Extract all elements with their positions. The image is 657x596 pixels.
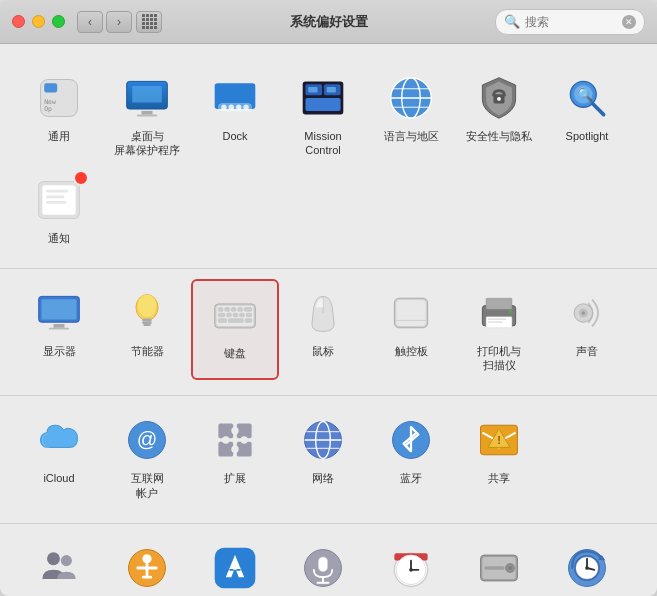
notifications-label: 通知 — [48, 231, 70, 245]
dictation-icon — [297, 542, 349, 594]
desktop-icon — [121, 72, 173, 124]
back-button[interactable]: ‹ — [77, 11, 103, 33]
grid-view-button[interactable] — [136, 11, 162, 33]
svg-point-101 — [142, 554, 151, 563]
pref-icloud[interactable]: iCloud — [15, 406, 103, 508]
hardware-icons-grid: 显示器 — [15, 279, 642, 381]
datetime-icon: 18 — [385, 542, 437, 594]
appstore-icon — [209, 542, 261, 594]
titlebar: ‹ › 系统偏好设置 🔍 ✕ — [0, 0, 657, 44]
search-input[interactable] — [525, 15, 617, 29]
svg-rect-58 — [227, 313, 232, 317]
svg-rect-18 — [305, 98, 340, 111]
pref-mouse[interactable]: 鼠标 — [279, 279, 367, 381]
search-box[interactable]: 🔍 ✕ — [495, 9, 645, 35]
internet-icons-grid: iCloud @ 互联网帐户 — [15, 406, 642, 508]
sharing-label: 共享 — [488, 471, 510, 485]
svg-rect-35 — [46, 189, 68, 192]
general-label: 通用 — [48, 129, 70, 143]
svg-rect-8 — [137, 115, 157, 117]
svg-point-14 — [243, 104, 249, 110]
pref-internetaccounts[interactable]: @ 互联网帐户 — [103, 406, 191, 508]
bluetooth-icon — [385, 414, 437, 466]
sound-icon — [561, 287, 613, 339]
bluetooth-label: 蓝牙 — [400, 471, 422, 485]
pref-startdisk[interactable]: 启动磁盘 — [455, 534, 543, 596]
pref-language[interactable]: 语言与地区 — [367, 64, 455, 166]
forward-button[interactable]: › — [106, 11, 132, 33]
pref-energy[interactable]: 节能器 — [103, 279, 191, 381]
svg-rect-52 — [218, 308, 223, 312]
svg-rect-119 — [484, 566, 504, 570]
pref-extensions[interactable]: 扩展 — [191, 406, 279, 508]
displays-label: 显示器 — [43, 344, 76, 358]
svg-point-74 — [508, 309, 512, 313]
pref-security[interactable]: 安全性与隐私 — [455, 64, 543, 166]
pref-sound[interactable]: 声音 — [543, 279, 631, 381]
language-label: 语言与地区 — [384, 129, 439, 143]
pref-sharing[interactable]: ! 共享 — [455, 406, 543, 508]
pref-parental[interactable]: 家长控制 — [103, 534, 191, 596]
svg-rect-56 — [244, 308, 251, 312]
pref-dock[interactable]: Dock — [191, 64, 279, 166]
svg-point-98 — [47, 552, 60, 565]
svg-line-31 — [593, 104, 604, 115]
svg-rect-7 — [141, 111, 152, 115]
internetaccounts-icon: @ — [121, 414, 173, 466]
parental-icon — [121, 542, 173, 594]
svg-point-12 — [229, 104, 235, 110]
svg-line-48 — [139, 299, 141, 300]
trackpad-icon — [385, 287, 437, 339]
dock-label: Dock — [222, 129, 247, 143]
svg-point-85 — [231, 428, 238, 435]
pref-general[interactable]: New Op 通用 — [15, 64, 103, 166]
network-icon — [297, 414, 349, 466]
pref-datetime[interactable]: 18 日期与时间 — [367, 534, 455, 596]
pref-desktop[interactable]: 桌面与屏幕保护程序 — [103, 64, 191, 166]
pref-trackpad[interactable]: 触控板 — [367, 279, 455, 381]
svg-point-99 — [61, 555, 72, 566]
pref-notifications[interactable]: 通知 — [15, 166, 103, 253]
svg-rect-83 — [218, 442, 233, 457]
svg-rect-64 — [245, 319, 251, 323]
svg-rect-70 — [486, 298, 512, 309]
pref-bluetooth[interactable]: 蓝牙 — [367, 406, 455, 508]
svg-rect-45 — [142, 321, 151, 324]
pref-printer[interactable]: 打印机与扫描仪 — [455, 279, 543, 381]
pref-dictation[interactable]: 听写与语音 — [279, 534, 367, 596]
pref-keyboard[interactable]: 键盘 — [191, 279, 279, 381]
pref-spotlight[interactable]: 🔍 Spotlight — [543, 64, 631, 166]
desktop-label: 桌面与屏幕保护程序 — [114, 129, 180, 158]
energy-label: 节能器 — [131, 344, 164, 358]
svg-rect-39 — [41, 299, 76, 319]
pref-users[interactable]: 用户与群组 — [15, 534, 103, 596]
minimize-button[interactable] — [32, 15, 45, 28]
svg-text:Op: Op — [44, 105, 52, 113]
search-clear-button[interactable]: ✕ — [622, 15, 636, 29]
pref-appstore[interactable]: App Store — [191, 534, 279, 596]
svg-rect-60 — [240, 313, 245, 317]
pref-displays[interactable]: 显示器 — [15, 279, 103, 381]
svg-rect-46 — [143, 324, 150, 326]
maximize-button[interactable] — [52, 15, 65, 28]
mouse-label: 鼠标 — [312, 344, 334, 358]
displays-icon — [33, 287, 85, 339]
section-internet: iCloud @ 互联网帐户 — [0, 396, 657, 524]
svg-point-88 — [241, 437, 248, 444]
svg-rect-44 — [142, 318, 151, 321]
search-icon: 🔍 — [504, 14, 520, 29]
sound-label: 声音 — [576, 344, 598, 358]
pref-network[interactable]: 网络 — [279, 406, 367, 508]
svg-rect-84 — [237, 442, 252, 457]
startdisk-icon — [473, 542, 525, 594]
svg-point-114 — [409, 568, 413, 572]
pref-mission[interactable]: MissionControl — [279, 64, 367, 166]
icloud-label: iCloud — [43, 471, 74, 485]
security-label: 安全性与隐私 — [466, 129, 532, 143]
close-button[interactable] — [12, 15, 25, 28]
svg-rect-40 — [53, 324, 64, 328]
mission-label: MissionControl — [304, 129, 341, 158]
internetaccounts-label: 互联网帐户 — [131, 471, 164, 500]
svg-rect-20 — [327, 87, 336, 93]
pref-timemachine[interactable]: Time Machine — [543, 534, 631, 596]
